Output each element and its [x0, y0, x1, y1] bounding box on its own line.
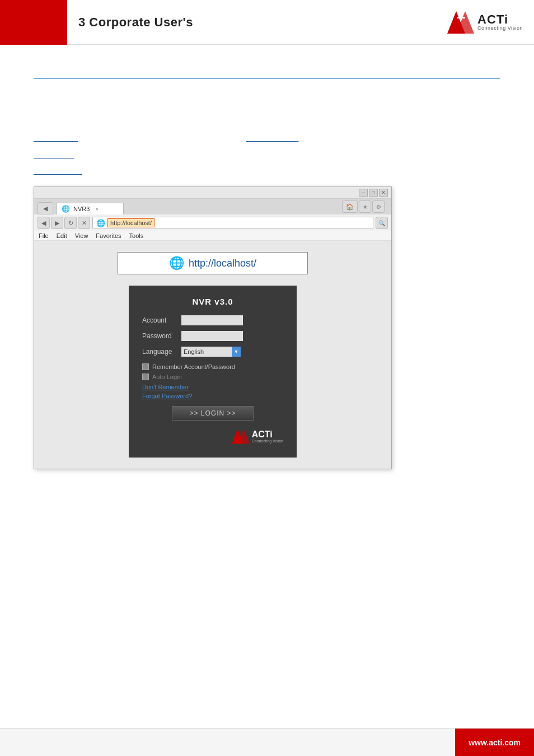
browser-back-button[interactable]: ◀: [38, 202, 53, 214]
link-text-1[interactable]: [34, 133, 78, 144]
browser-tab-bar: ◀ 🌐 NVR3 × 🏠 ★ ⚙: [34, 199, 391, 214]
nvr-footer-logo: ACTi Connecting Vision: [142, 428, 283, 444]
nvr-acti-logo-icon: [232, 428, 250, 444]
browser-home-btn[interactable]: 🏠: [342, 200, 358, 213]
language-label: Language: [142, 348, 181, 356]
password-label: Password: [142, 332, 181, 340]
auto-login-label: Auto Login: [152, 374, 182, 380]
ie-logo-icon: 🌐: [169, 256, 184, 270]
forward-button[interactable]: ▶: [51, 217, 63, 229]
menu-edit[interactable]: Edit: [57, 232, 67, 239]
nvr-account-row: Account: [142, 315, 283, 325]
footer-website: www.acti.com: [455, 729, 534, 757]
address-highlight[interactable]: http://localhost/: [107, 218, 154, 227]
svg-rect-2: [457, 17, 465, 18]
browser-toolbar: ◀ ▶ ↻ ✕ 🌐 http://localhost/ 🔍: [34, 214, 391, 231]
acti-logo-text: ACTi Connecting Vision: [477, 13, 523, 31]
password-input[interactable]: [181, 331, 243, 341]
auto-login-row: Auto Login: [142, 374, 283, 380]
acti-logo-icon: [447, 11, 474, 34]
nvr-language-row: Language English ▼: [142, 347, 283, 357]
language-select-arrow[interactable]: ▼: [232, 347, 241, 357]
stop-button[interactable]: ✕: [78, 217, 90, 229]
close-button[interactable]: ✕: [379, 189, 388, 197]
address-bar-icon: 🌐: [96, 219, 105, 227]
nvr-acti-sub: Connecting Vision: [252, 439, 283, 443]
page-footer: www.acti.com: [0, 728, 534, 756]
tab-close-button[interactable]: ×: [95, 206, 99, 212]
language-selector[interactable]: English ▼: [181, 347, 241, 357]
maximize-button[interactable]: □: [369, 189, 378, 197]
dont-remember-link[interactable]: Don't Remember: [142, 384, 283, 390]
remember-account-checkbox[interactable]: [142, 363, 149, 370]
link-text-3[interactable]: [34, 151, 74, 159]
ie-address-text: http://localhost/: [189, 258, 256, 269]
back-button[interactable]: ◀: [38, 217, 50, 229]
menu-favorites[interactable]: Favorites: [96, 232, 121, 239]
header-red-block: [0, 0, 67, 45]
browser-tab[interactable]: 🌐 NVR3 ×: [57, 203, 124, 214]
page-title: 3 Corporate User's: [78, 15, 193, 30]
remember-account-label: Remember Account/Password: [152, 363, 235, 370]
browser-screenshot: ─ □ ✕ ◀ 🌐 NVR3 × 🏠 ★ ⚙ ◀: [34, 186, 392, 469]
page-header: 3 Corporate User's ACTi Connecting Visio…: [0, 0, 534, 45]
refresh-button[interactable]: ↻: [64, 217, 77, 229]
ie-address-display: 🌐 http://localhost/: [118, 252, 308, 274]
forgot-password-link[interactable]: Forgot Password?: [142, 393, 283, 399]
login-button[interactable]: >> LOGIN >>: [172, 406, 253, 421]
menu-file[interactable]: File: [39, 232, 49, 239]
acti-logo-main-text: ACTi: [477, 13, 523, 26]
nvr-password-row: Password: [142, 331, 283, 341]
nvr-acti-main: ACTi: [252, 430, 283, 439]
nvr-acti-logo-text: ACTi Connecting Vision: [252, 430, 283, 443]
search-button[interactable]: 🔍: [376, 217, 388, 229]
auto-login-checkbox[interactable]: [142, 374, 149, 380]
address-bar[interactable]: 🌐 http://localhost/: [92, 217, 373, 229]
menu-tools[interactable]: Tools: [129, 232, 144, 239]
acti-logo: ACTi Connecting Vision: [447, 11, 523, 34]
nvr-login-box: NVR v3.0 Account Password Language Engli: [129, 286, 297, 458]
tab-label: NVR3: [73, 206, 90, 212]
account-label: Account: [142, 316, 181, 324]
top-divider: [34, 78, 500, 79]
nvr-title: NVR v3.0: [142, 297, 283, 306]
body-paragraph-2: [34, 114, 500, 126]
link-text-2[interactable]: [246, 133, 298, 144]
menu-view[interactable]: View: [75, 232, 88, 239]
browser-menubar: File Edit View Favorites Tools: [34, 231, 391, 241]
body-paragraph-3: [34, 133, 500, 144]
acti-logo-sub-text: Connecting Vision: [477, 26, 523, 31]
browser-favorites-btn[interactable]: ★: [359, 200, 371, 213]
body-paragraph-1: [34, 96, 500, 108]
minimize-button[interactable]: ─: [359, 189, 368, 197]
browser-titlebar: ─ □ ✕: [34, 187, 391, 199]
language-select-value[interactable]: English: [181, 347, 232, 357]
account-input[interactable]: [181, 315, 243, 325]
header-left: 3 Corporate User's: [0, 0, 193, 45]
browser-page-content: 🌐 http://localhost/ NVR v3.0 Account Pas…: [34, 241, 391, 469]
tab-icon: 🌐: [62, 205, 70, 213]
main-content: ─ □ ✕ ◀ 🌐 NVR3 × 🏠 ★ ⚙ ◀: [0, 45, 534, 706]
remember-account-row: Remember Account/Password: [142, 363, 283, 370]
link-text-4[interactable]: [34, 167, 82, 175]
browser-settings-btn[interactable]: ⚙: [372, 200, 385, 213]
